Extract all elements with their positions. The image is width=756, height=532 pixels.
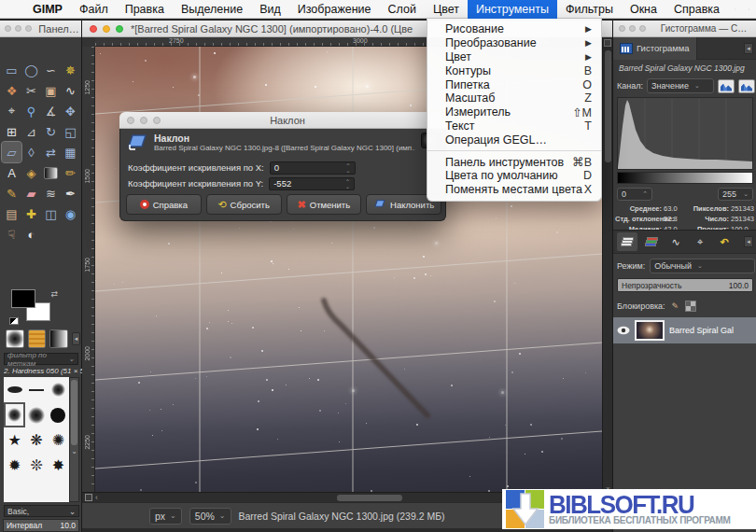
brush-splatter-4[interactable]: ❊: [25, 453, 47, 478]
menu-item-gegl-operation[interactable]: Операция GEGL…: [427, 133, 601, 147]
brush-scrollbar[interactable]: ⌄: [69, 377, 79, 502]
collapse-left-icon[interactable]: ◂: [744, 43, 753, 54]
brush-star[interactable]: ★: [4, 427, 25, 453]
spinner-icon[interactable]: ⌃⌄: [345, 179, 350, 189]
foreground-color-swatch[interactable]: [11, 289, 35, 308]
brush-group-select[interactable]: Basic, ⌄: [4, 505, 79, 517]
cancel-button[interactable]: ✖ Отменить: [287, 194, 362, 215]
close-button[interactable]: [90, 25, 97, 33]
tab-pointer[interactable]: ⌖: [690, 232, 710, 251]
menu-layer[interactable]: Слой: [380, 0, 425, 19]
tool-blur-sharpen[interactable]: ◉: [61, 203, 80, 224]
menu-item-default-colors[interactable]: Цвета по умолчаниюD: [427, 169, 601, 183]
menu-help[interactable]: Справка: [665, 0, 728, 19]
scroll-left-icon[interactable]: ‹: [95, 493, 98, 502]
tool-cage-transform[interactable]: ▦: [61, 142, 80, 162]
tool-paintbrush[interactable]: ✎: [2, 183, 21, 203]
default-colors-icon[interactable]: [9, 317, 19, 325]
brush-tag-filter-input[interactable]: фильтр по меткам ⌄: [4, 353, 78, 365]
tool-scissors-select[interactable]: ✂: [21, 80, 41, 101]
range-low-spinbox[interactable]: 0 ⌃: [617, 188, 652, 201]
tool-ink[interactable]: ✒: [61, 183, 80, 203]
menu-item-color-tools[interactable]: Цвет▶: [427, 50, 601, 64]
image-window-controls[interactable]: [90, 25, 123, 33]
zoom-select[interactable]: 50% ⌄: [189, 508, 231, 525]
tool-eraser[interactable]: ▰: [21, 183, 41, 203]
zoom-window-button[interactable]: [116, 25, 123, 33]
spinner-icon[interactable]: ⌃⌄: [345, 163, 350, 173]
tool-flip[interactable]: ⇄: [41, 142, 61, 162]
menu-item-transform-tools[interactable]: Преобразование▶: [427, 36, 601, 50]
collapse-left-icon[interactable]: ◂: [72, 332, 80, 345]
tool-ellipse-select[interactable]: ◯: [21, 60, 41, 80]
tool-move[interactable]: ✥: [61, 101, 80, 121]
tool-text[interactable]: A: [2, 162, 21, 183]
tool-scale[interactable]: ◱: [61, 121, 80, 142]
brush-spacing-slider[interactable]: Интервал 10.0: [3, 519, 79, 532]
chevron-down-icon[interactable]: ⌄: [71, 447, 77, 455]
tool-zoom[interactable]: ⚲: [21, 101, 41, 121]
menu-item-text[interactable]: ТекстT: [427, 119, 601, 133]
menu-item-toolbox[interactable]: Панель инструментов⌘B: [427, 155, 601, 169]
apple-menu-icon[interactable]: [0, 0, 24, 19]
lock-pixels-icon[interactable]: ✎: [672, 301, 679, 311]
spinner-icon[interactable]: ⌄: [743, 191, 749, 197]
lock-alpha-icon[interactable]: [685, 301, 696, 312]
vertical-ruler[interactable]: 1250 1500 1750 2000 2250: [82, 47, 95, 492]
brush-splatter-1[interactable]: ❋: [25, 427, 47, 453]
tool-rectangle-select[interactable]: ▭: [2, 60, 21, 80]
help-button[interactable]: Справка: [126, 194, 202, 215]
ruler-corner[interactable]: [82, 37, 95, 47]
tab-layers[interactable]: [617, 232, 637, 251]
tab-channels[interactable]: [641, 232, 662, 251]
menu-item-paint-tools[interactable]: Рисование▶: [427, 22, 601, 36]
brush-splatter-2[interactable]: ✺: [48, 427, 69, 453]
menu-colors[interactable]: Цвет: [425, 0, 468, 19]
menu-item-swap-colors[interactable]: Поменять местами цветаX: [427, 183, 601, 197]
tool-gradient[interactable]: [41, 162, 61, 183]
tool-smudge[interactable]: ☟: [2, 224, 21, 245]
tool-pencil[interactable]: ✏: [61, 162, 80, 183]
brush-soft-medium[interactable]: [25, 402, 47, 427]
menu-item-measure[interactable]: Измеритель⇧M: [427, 105, 601, 119]
spotlight-search-icon[interactable]: [735, 3, 735, 16]
menu-item-paths[interactable]: КонтурыB: [427, 63, 601, 77]
tab-undo-history[interactable]: ↶: [714, 232, 735, 251]
mode-select[interactable]: Обычный ⌄: [650, 259, 755, 273]
toolbox-titlebar[interactable]: Панел…: [0, 21, 81, 37]
notification-center-icon[interactable]: [749, 3, 749, 16]
menu-file[interactable]: Файл: [71, 0, 117, 19]
tab-paths[interactable]: ∿: [665, 232, 686, 251]
brush-ellipse[interactable]: [4, 377, 25, 402]
linear-histogram-button[interactable]: [718, 79, 735, 93]
foreground-background-colors[interactable]: ⇄: [9, 289, 58, 325]
brush-hard-circle[interactable]: [48, 402, 69, 427]
h-scroll-thumb[interactable]: [337, 495, 402, 501]
tool-rotate[interactable]: ↻: [41, 121, 61, 142]
menu-windows[interactable]: Окна: [622, 0, 665, 19]
shear-y-input[interactable]: -552 ⌃⌄: [269, 177, 355, 190]
navigation-preview-icon[interactable]: [604, 39, 611, 47]
reset-button[interactable]: ⟲ Сбросить: [206, 194, 282, 215]
layer-row-selected[interactable]: Barred Spiral Gal: [613, 317, 756, 343]
menu-item-color-picker[interactable]: ПипеткаO: [427, 77, 601, 91]
brush-splatter-5[interactable]: ✸: [48, 453, 69, 478]
tool-foreground-select[interactable]: ▣: [41, 80, 61, 101]
log-histogram-button[interactable]: [738, 79, 755, 93]
tool-airbrush[interactable]: ≋: [41, 183, 61, 203]
tab-histogram[interactable]: Гистограмма: [613, 37, 697, 60]
range-high-spinbox[interactable]: 255 ⌄: [718, 188, 753, 201]
dock-window-controls[interactable]: [619, 25, 646, 32]
brush-soft-small[interactable]: [48, 377, 69, 402]
tool-color-picker[interactable]: ⌖: [2, 101, 21, 121]
tool-select-by-color[interactable]: ❖: [2, 80, 21, 101]
collapse-left-icon[interactable]: ◂: [744, 236, 753, 247]
brush-line[interactable]: [25, 377, 47, 402]
toolbox-window-controls[interactable]: [5, 25, 32, 32]
tool-shear-selected[interactable]: ▱: [2, 142, 21, 162]
brush-splatter-3[interactable]: ✹: [4, 453, 25, 478]
menu-tools-active[interactable]: Инструменты: [468, 0, 557, 19]
tool-free-select[interactable]: ∽: [41, 60, 61, 80]
brush-hardness-050-selected[interactable]: [4, 402, 25, 427]
tool-paths[interactable]: ∿: [61, 80, 80, 101]
